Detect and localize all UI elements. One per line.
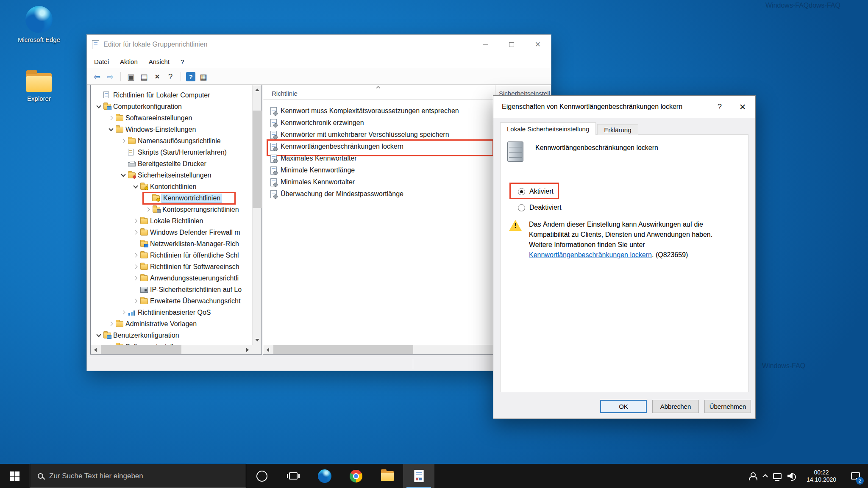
tree-item[interactable]: Richtlinien für Lokaler Computer [91, 89, 252, 101]
chevron-down-icon[interactable] [95, 334, 102, 336]
close-button[interactable]: × [525, 35, 551, 54]
network-button[interactable] [773, 464, 782, 488]
chevron-right-icon[interactable] [132, 277, 139, 280]
chevron-down-icon[interactable] [132, 186, 139, 188]
menu-ansicht[interactable]: Ansicht [143, 54, 175, 69]
delete-icon[interactable]: × [152, 72, 162, 82]
tree-item[interactable]: Bereitgestellte Drucker [91, 158, 252, 169]
tree-item[interactable]: Softwareeinstellungen [91, 112, 252, 124]
tree-item[interactable]: Windows Defender Firewall m [91, 227, 252, 238]
maximize-button[interactable] [498, 35, 525, 54]
radio-button-icon[interactable] [518, 204, 525, 211]
start-button[interactable] [0, 464, 30, 488]
volume-button[interactable] [787, 464, 797, 488]
column-header-richtlinie[interactable]: Richtlinie [272, 90, 298, 97]
ok-button[interactable]: OK [600, 400, 647, 413]
taskbar-cortana-button[interactable] [246, 464, 278, 488]
tree-item[interactable]: IP-Sicherheitsrichtlinien auf Lo [91, 284, 252, 295]
tree-item[interactable]: Windows-Einstellungen [91, 124, 252, 135]
taskbar-task-view-button[interactable] [278, 464, 309, 488]
chevron-down-icon[interactable] [107, 128, 114, 130]
dialog-tab-page: Kennwortlängenbeschränkungen lockern Akt… [500, 134, 748, 392]
scroll-up-arrow[interactable] [253, 85, 262, 94]
desktop-icon-explorer[interactable]: Explorer [13, 70, 65, 102]
desktop-icon-edge[interactable]: Microsoft Edge [13, 6, 65, 43]
close-button[interactable]: × [730, 96, 755, 118]
übernehmen-button[interactable]: Übernehmen [704, 400, 751, 413]
chevron-right-icon[interactable] [132, 231, 139, 234]
chevron-right-icon[interactable] [132, 265, 139, 268]
scrollbar-thumb[interactable] [253, 111, 262, 208]
people-button[interactable] [748, 464, 757, 488]
window-titlebar[interactable]: Editor für lokale Gruppenrichtlinien × [87, 35, 551, 54]
scrollbar-thumb[interactable] [273, 345, 413, 354]
chevron-right-icon[interactable] [107, 116, 114, 119]
taskbar-chrome-button[interactable] [340, 464, 372, 488]
action-center-button[interactable]: 2 [846, 464, 865, 488]
scrollbar-thumb[interactable] [101, 345, 181, 354]
help-icon[interactable]: ? [165, 72, 175, 82]
chevron-right-icon[interactable] [144, 208, 151, 211]
clock[interactable]: 00:22 14.10.2020 [803, 469, 840, 483]
list-view-icon[interactable]: ▦ [198, 72, 209, 82]
tree-item[interactable]: Richtlinienbasierter QoS [91, 307, 252, 318]
back-icon[interactable]: ⇦ [92, 72, 102, 82]
tree-item[interactable]: Netzwerklisten-Manager-Rich [91, 238, 252, 250]
tree-item[interactable]: Lokale Richtlinien [91, 215, 252, 227]
dialog-title: Eigenschaften von Kennwortlängenbeschrän… [502, 103, 709, 111]
policy-doc-icon [270, 166, 277, 175]
chevron-right-icon[interactable] [120, 139, 127, 142]
vertical-scrollbar[interactable] [252, 85, 262, 345]
show-hidden-icons-button[interactable] [763, 464, 767, 488]
tree-item[interactable]: Richtlinien für öffentliche Schl [91, 250, 252, 261]
help-book-icon[interactable]: ? [186, 72, 195, 81]
abbrechen-button[interactable]: Abbrechen [652, 400, 699, 413]
radio-deaktiviert[interactable]: Deaktiviert [518, 203, 562, 212]
tree-item-label: Sicherheitseinstellungen [138, 172, 211, 179]
tree-item[interactable]: Anwendungssteuerungsrichtli [91, 272, 252, 284]
tree-item[interactable]: Skripts (Start/Herunterfahren) [91, 147, 252, 158]
horizontal-scrollbar[interactable] [91, 345, 252, 354]
toolbar: ⇦⇨▣▤×??▦ [87, 69, 551, 85]
menu-datei[interactable]: Datei [89, 54, 114, 69]
tree-item[interactable]: Computerkonfiguration [91, 101, 252, 112]
tree-item[interactable]: Administrative Vorlagen [91, 318, 252, 330]
chevron-right-icon[interactable] [107, 322, 114, 325]
chevron-down-icon[interactable] [120, 174, 127, 176]
show-console-tree-icon[interactable]: ▣ [126, 72, 136, 82]
tree-item[interactable]: Kennwortrichtlinien [91, 192, 252, 204]
export-list-icon[interactable]: ▤ [139, 72, 149, 82]
scroll-left-arrow[interactable] [91, 345, 100, 355]
tree-item[interactable]: Benutzerkonfiguration [91, 330, 252, 341]
help-button[interactable]: ? [709, 96, 730, 118]
dialog-tab[interactable]: Lokale Sicherheitseinstellung [500, 122, 596, 135]
search-input[interactable] [49, 472, 227, 480]
chevron-down-icon[interactable] [95, 105, 102, 108]
chevron-right-icon[interactable] [132, 254, 139, 257]
taskbar-edge-button[interactable] [309, 464, 340, 488]
dialog-titlebar[interactable]: Eigenschaften von Kennwortlängenbeschrän… [493, 96, 755, 118]
tree-item[interactable]: Namensauflösungsrichtlinie [91, 135, 252, 147]
tree-item[interactable]: Kontosperrungsrichtlinien [91, 204, 252, 215]
tree-item[interactable]: Softwareeinstellungen [91, 341, 252, 345]
minimize-button[interactable] [472, 35, 498, 54]
scroll-right-arrow[interactable] [243, 345, 252, 355]
tree-item[interactable]: Kontorichtlinien [91, 181, 252, 192]
forward-icon[interactable]: ⇨ [105, 72, 115, 82]
scroll-down-arrow[interactable] [253, 336, 262, 345]
tree-item[interactable]: Sicherheitseinstellungen [91, 169, 252, 181]
menu-aktion[interactable]: Aktion [114, 54, 143, 69]
tree-item[interactable]: Erweiterte Überwachungsricht [91, 295, 252, 307]
taskbar-search[interactable] [30, 464, 246, 488]
tree-item[interactable]: Richtlinien für Softwareeinsch [91, 261, 252, 272]
chevron-right-icon[interactable] [132, 219, 139, 222]
chevron-right-icon[interactable] [132, 299, 139, 302]
dialog-tab[interactable]: Erklärung [597, 124, 638, 135]
policy-help-link[interactable]: Kennwortlängenbeschränkungen lockern [529, 251, 652, 258]
policy-label: Maximales Kennwortalter [281, 155, 357, 162]
taskbar-gpedit-button[interactable] [403, 464, 434, 488]
chevron-right-icon[interactable] [120, 311, 127, 314]
scroll-left-arrow[interactable] [263, 345, 273, 355]
taskbar-explorer-button[interactable] [372, 464, 403, 488]
menu-?[interactable]: ? [175, 54, 189, 69]
